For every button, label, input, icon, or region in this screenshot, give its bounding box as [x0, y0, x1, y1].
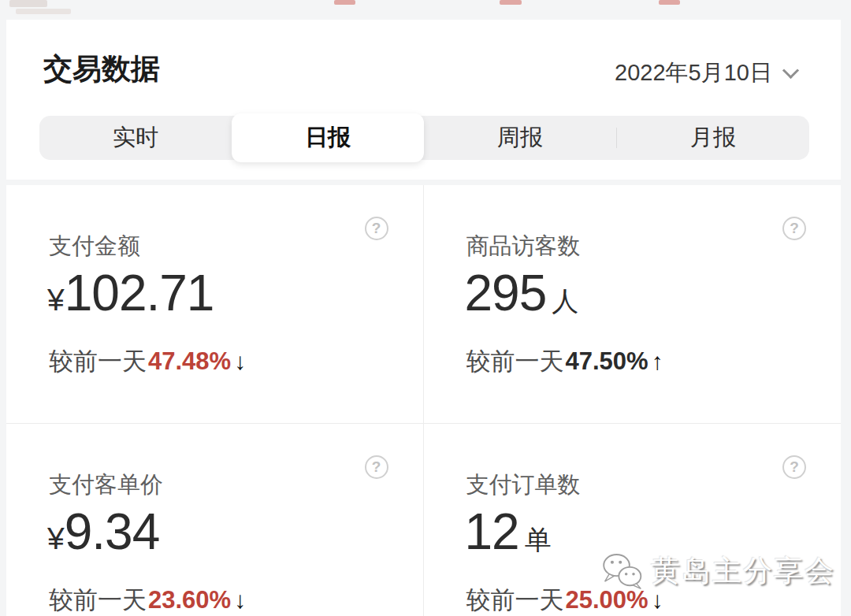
metric-value-row: ¥ 9.34 [47, 503, 165, 561]
question-mark: ? [790, 458, 799, 476]
transaction-dashboard: 交易数据 2022年5月10日 实时 日报 周报 月报 [0, 0, 851, 616]
metric-value-row: 12 单 [465, 503, 552, 561]
help-icon[interactable]: ? [365, 455, 388, 479]
tab-label: 周报 [497, 122, 543, 154]
arrow-up-icon: ↑ [652, 348, 663, 375]
help-icon[interactable]: ? [365, 217, 388, 240]
tab-label: 日报 [305, 122, 351, 154]
report-period-tabbar: 实时 日报 周报 月报 [39, 116, 809, 160]
metric-value: 295 [465, 264, 547, 322]
date-label: 2022年5月10日 [615, 58, 772, 89]
metric-unit: 人 [552, 284, 578, 320]
top-edge-mark [500, 0, 522, 5]
question-mark: ? [790, 220, 799, 237]
tab-weekly[interactable]: 周报 [424, 116, 616, 160]
metric-value: 102.71 [65, 264, 214, 322]
delta-value: 47.50% [566, 347, 648, 376]
card-payment-amount: 支付金额 ? ¥ 102.71 较前一天 47.48% ↓ [6, 185, 424, 424]
currency-symbol: ¥ [47, 283, 65, 317]
delta-row: 较前一天 23.60% ↓ [49, 584, 246, 616]
delta-prefix: 较前一天 [49, 584, 147, 616]
top-edge-mark [659, 0, 680, 5]
currency-symbol: ¥ [47, 521, 65, 556]
watermark-text: 黄岛主分享会 [651, 551, 835, 591]
delta-row: 较前一天 47.50% ↑ [466, 345, 663, 378]
watermark: 黄岛主分享会 [600, 551, 835, 591]
arrow-down-icon: ↓ [234, 348, 246, 375]
content-panel: 交易数据 2022年5月10日 实时 日报 周报 月报 [6, 20, 841, 616]
delta-value: 47.48% [148, 347, 231, 376]
delta-prefix: 较前一天 [466, 584, 564, 616]
tab-realtime[interactable]: 实时 [39, 116, 232, 160]
top-edge-mark [334, 0, 355, 5]
delta-prefix: 较前一天 [49, 345, 147, 378]
question-mark: ? [372, 458, 381, 476]
metric-label: 支付金额 [49, 231, 140, 262]
metric-value: 12 [465, 503, 519, 561]
metric-unit: 单 [525, 522, 552, 558]
tab-daily[interactable]: 日报 [232, 113, 424, 162]
metric-value-row: ¥ 102.71 [47, 264, 219, 322]
wechat-logo-icon [600, 551, 645, 591]
metric-label: 支付订单数 [466, 469, 581, 501]
metric-label: 商品访客数 [466, 231, 581, 262]
page-title: 交易数据 [43, 50, 160, 89]
tab-label: 月报 [690, 122, 736, 154]
question-mark: ? [372, 220, 381, 237]
header: 交易数据 2022年5月10日 实时 日报 周报 月报 [6, 20, 841, 180]
arrow-down-icon: ↓ [234, 587, 246, 614]
tab-label: 实时 [113, 122, 158, 154]
delta-value: 23.60% [148, 586, 231, 614]
tab-monthly[interactable]: 月报 [617, 116, 809, 160]
top-edge-mark [16, 9, 71, 14]
top-edge-mark [9, 0, 47, 7]
arrow-down-icon: ↓ [652, 587, 663, 614]
card-payment-per-customer: 支付客单价 ? ¥ 9.34 较前一天 23.60% ↓ [6, 424, 424, 616]
date-picker[interactable]: 2022年5月10日 [615, 58, 797, 89]
delta-row: 较前一天 47.48% ↓ [49, 345, 246, 378]
delta-prefix: 较前一天 [466, 345, 564, 378]
card-product-visitors: 商品访客数 ? 295 人 较前一天 47.50% ↑ [424, 185, 842, 424]
help-icon[interactable]: ? [782, 455, 806, 479]
metric-value: 9.34 [65, 503, 160, 561]
chevron-down-icon [782, 61, 799, 78]
help-icon[interactable]: ? [782, 217, 806, 240]
metric-label: 支付客单价 [49, 469, 163, 501]
metric-value-row: 295 人 [465, 264, 579, 322]
